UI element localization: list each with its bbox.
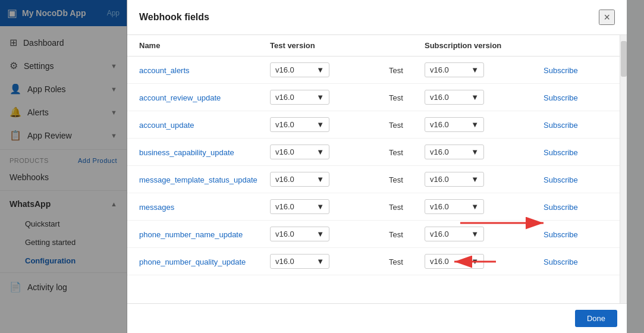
table-row: account_alerts v16.0 ▼ Test v16.0 ▼ Subs…	[127, 56, 620, 84]
test-label: Test	[389, 230, 403, 239]
field-name-cell: phone_number_quality_update	[139, 257, 270, 266]
test-version-select[interactable]: v16.0 ▼	[270, 227, 329, 241]
table-header: Name Test version Subscription version	[127, 35, 620, 56]
sub-version-select[interactable]: v16.0 ▼	[425, 62, 484, 77]
test-version-cell: v16.0 ▼	[270, 199, 389, 214]
test-version-value: v16.0	[275, 257, 294, 266]
sub-version-cell: v16.0 ▼	[425, 117, 544, 132]
test-label-cell: Test	[389, 230, 425, 239]
field-name-cell: account_alerts	[139, 65, 270, 75]
chevron-down-icon: ▼	[316, 202, 324, 211]
test-version-cell: v16.0 ▼	[270, 117, 389, 132]
subscribe-button[interactable]: Subscribe	[544, 230, 578, 239]
field-name-cell: phone_number_name_update	[139, 230, 270, 239]
sub-version-cell: v16.0 ▼	[425, 62, 544, 77]
col-subscription-version: Subscription version	[425, 41, 544, 50]
chevron-down-icon: ▼	[316, 147, 324, 156]
subscribe-cell: Subscribe	[544, 93, 615, 102]
col-name: Name	[139, 41, 270, 50]
chevron-down-icon: ▼	[471, 202, 479, 211]
subscribe-button[interactable]: Subscribe	[544, 121, 578, 130]
field-name-cell: message_template_status_update	[139, 175, 270, 184]
sub-version-value: v16.0	[430, 93, 449, 102]
test-label-cell: Test	[389, 147, 425, 157]
subscribe-button[interactable]: Subscribe	[544, 148, 578, 157]
field-name-link[interactable]: message_template_status_update	[139, 175, 257, 184]
sub-version-select[interactable]: v16.0 ▼	[425, 227, 484, 241]
subscribe-button[interactable]: Subscribe	[544, 175, 578, 184]
field-name-cell: account_update	[139, 120, 270, 130]
sub-version-cell: v16.0 ▼	[425, 144, 544, 159]
test-version-select[interactable]: v16.0 ▼	[270, 199, 329, 214]
field-name-link[interactable]: phone_number_name_update	[139, 230, 243, 239]
sub-version-value: v16.0	[430, 65, 449, 74]
test-version-value: v16.0	[275, 230, 294, 238]
sub-version-select[interactable]: v16.0 ▼	[425, 254, 484, 269]
test-version-value: v16.0	[275, 93, 294, 102]
done-button[interactable]: Done	[575, 310, 617, 327]
col-test-version: Test version	[270, 41, 389, 50]
test-version-select[interactable]: v16.0 ▼	[270, 254, 329, 269]
test-label-cell: Test	[389, 202, 425, 212]
table-row: business_capability_update v16.0 ▼ Test …	[127, 139, 620, 166]
test-version-select[interactable]: v16.0 ▼	[270, 144, 329, 159]
modal-inner: Name Test version Subscription version a…	[127, 35, 627, 333]
sub-version-value: v16.0	[430, 120, 449, 129]
table-row: message_template_status_update v16.0 ▼ T…	[127, 166, 620, 193]
test-label-cell: Test	[389, 175, 425, 184]
subscribe-cell: Subscribe	[544, 120, 615, 130]
chevron-down-icon: ▼	[471, 175, 479, 184]
subscribe-button[interactable]: Subscribe	[544, 66, 578, 75]
test-label-cell: Test	[389, 120, 425, 130]
sub-version-select[interactable]: v16.0 ▼	[425, 199, 484, 214]
chevron-down-icon: ▼	[471, 147, 479, 156]
test-version-value: v16.0	[275, 202, 294, 211]
sub-version-cell: v16.0 ▼	[425, 90, 544, 105]
chevron-down-icon: ▼	[471, 65, 479, 74]
sub-version-select[interactable]: v16.0 ▼	[425, 172, 484, 187]
field-name-cell: messages	[139, 202, 270, 212]
subscribe-button[interactable]: Subscribe	[544, 93, 578, 102]
webhook-fields-modal: Webhook fields × Name Test version Subsc…	[127, 0, 627, 333]
test-version-select[interactable]: v16.0 ▼	[270, 62, 329, 77]
modal-close-button[interactable]: ×	[599, 10, 615, 25]
subscribe-cell: Subscribe	[544, 230, 615, 239]
sub-version-select[interactable]: v16.0 ▼	[425, 144, 484, 159]
subscribe-button[interactable]: Subscribe	[544, 257, 578, 266]
test-version-cell: v16.0 ▼	[270, 144, 389, 159]
subscribe-cell: Subscribe	[544, 147, 615, 157]
field-name-link[interactable]: messages	[139, 203, 174, 212]
field-name-link[interactable]: account_review_update	[139, 93, 221, 102]
test-label: Test	[389, 66, 403, 75]
sub-version-select[interactable]: v16.0 ▼	[425, 117, 484, 132]
sub-version-value: v16.0	[430, 230, 449, 238]
test-label: Test	[389, 203, 403, 212]
sub-version-value: v16.0	[430, 175, 449, 184]
sub-version-cell: v16.0 ▼	[425, 254, 544, 269]
field-name-link[interactable]: business_capability_update	[139, 148, 234, 157]
table-row: phone_number_quality_update v16.0 ▼ Test…	[127, 248, 620, 275]
field-name-link[interactable]: phone_number_quality_update	[139, 257, 246, 266]
table-row: messages v16.0 ▼ Test v16.0 ▼ Subscribe	[127, 193, 620, 221]
test-version-select[interactable]: v16.0 ▼	[270, 172, 329, 187]
test-label-cell: Test	[389, 257, 425, 266]
subscribe-button[interactable]: Subscribe	[544, 203, 578, 212]
field-name-link[interactable]: account_alerts	[139, 66, 190, 75]
modal-footer: Done	[127, 303, 627, 333]
test-version-select[interactable]: v16.0 ▼	[270, 90, 329, 105]
modal-scrollbar[interactable]	[620, 35, 627, 303]
test-version-cell: v16.0 ▼	[270, 62, 389, 77]
field-name-cell: account_review_update	[139, 93, 270, 102]
field-name-cell: business_capability_update	[139, 147, 270, 157]
test-version-select[interactable]: v16.0 ▼	[270, 117, 329, 132]
chevron-down-icon: ▼	[316, 65, 324, 74]
chevron-down-icon: ▼	[316, 93, 324, 102]
sub-version-select[interactable]: v16.0 ▼	[425, 90, 484, 105]
test-version-value: v16.0	[275, 65, 294, 74]
test-version-value: v16.0	[275, 147, 294, 156]
col-subscribe	[544, 41, 615, 50]
field-name-link[interactable]: account_update	[139, 121, 194, 130]
subscribe-cell: Subscribe	[544, 65, 615, 75]
sub-version-cell: v16.0 ▼	[425, 199, 544, 214]
table-row: account_review_update v16.0 ▼ Test v16.0…	[127, 84, 620, 111]
